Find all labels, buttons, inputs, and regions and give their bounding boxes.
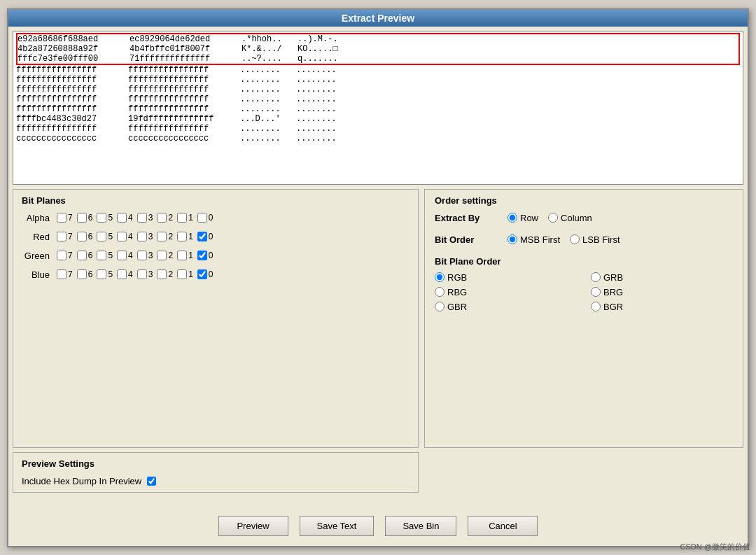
hex-col2: ffffffffffffffff (128, 94, 240, 104)
bit-label: 3 (148, 251, 153, 260)
bit-checkbox-blue-4[interactable] (117, 269, 127, 279)
bit-label: 2 (168, 213, 173, 223)
bit-checkbox-alpha-1[interactable] (177, 213, 187, 223)
save-bin-button[interactable]: Save Bin (385, 516, 456, 536)
bit-plane-order-radio-gbr[interactable] (435, 302, 444, 311)
cancel-button[interactable]: Cancel (468, 516, 538, 536)
bit-checkbox-alpha-6[interactable] (77, 213, 87, 223)
bit-label: 5 (108, 251, 113, 260)
bit-order-radio-lsb-first[interactable] (570, 234, 580, 244)
bit-label: 0 (209, 251, 214, 260)
bit-plane-order-radio-rgb[interactable] (435, 272, 444, 282)
bit-checkboxes-alpha: 76543210 (57, 213, 214, 223)
hex-col1: ffffffffffffffff (16, 104, 128, 114)
bit-checkbox-blue-1[interactable] (177, 269, 187, 279)
bit-checkbox-green-3[interactable] (137, 251, 147, 260)
hex-col1: ffffffffffffffff (16, 65, 128, 75)
bit-label: 3 (148, 269, 153, 279)
save-text-button[interactable]: Save Text (300, 516, 374, 536)
extract-by-group: RowColumn (507, 213, 592, 223)
bit-checkbox-green-7[interactable] (57, 251, 66, 260)
bit-checkbox-blue-5[interactable] (97, 269, 106, 279)
bit-label: 0 (209, 269, 214, 279)
bit-item: 0 (197, 269, 214, 279)
bit-checkboxes-blue: 76543210 (57, 269, 214, 279)
bit-checkbox-red-1[interactable] (177, 232, 187, 241)
bit-checkbox-blue-7[interactable] (57, 269, 66, 279)
extract-by-radio-row[interactable] (507, 213, 517, 223)
bit-order-radio-msb-first[interactable] (507, 234, 517, 244)
bit-checkbox-green-1[interactable] (177, 251, 187, 260)
include-hex-dump-checkbox[interactable] (147, 477, 156, 486)
bit-plane-order-radio-rbg[interactable] (435, 287, 444, 297)
bottom-section: Preview Settings Include Hex Dump In Pre… (13, 452, 743, 493)
hex-col1: e92a68686f688aed (18, 34, 130, 44)
preview-settings-box: Preview Settings Include Hex Dump In Pre… (13, 452, 419, 493)
bit-plane-order-radio-brg[interactable] (591, 287, 601, 297)
bit-item: 7 (57, 232, 73, 241)
bit-label: 5 (108, 269, 113, 279)
bit-label: 0 (209, 213, 214, 223)
bit-checkbox-blue-2[interactable] (157, 269, 167, 279)
bit-checkbox-blue-3[interactable] (137, 269, 147, 279)
hex-col4: ........ (296, 94, 366, 104)
bit-order-option-lsb-first: LSB First (570, 234, 620, 245)
hex-preview-area[interactable]: e92a68686f688aed ec8929064de62ded .*hhoh… (13, 31, 743, 185)
bit-checkbox-alpha-0[interactable] (197, 213, 207, 223)
extract-by-radio-column[interactable] (548, 213, 558, 223)
bit-checkbox-red-3[interactable] (137, 232, 147, 241)
hex-row: ffffffffffffffff ffffffffffffffff ......… (16, 104, 740, 114)
extract-by-radio-label: Column (561, 213, 592, 223)
bit-checkbox-red-7[interactable] (57, 232, 66, 241)
order-settings-title: Order settings (435, 195, 733, 206)
bit-plane-order-label: GBR (447, 302, 467, 312)
bit-label: 6 (88, 213, 93, 223)
hex-col4: ..).M.-. (298, 34, 368, 44)
bit-plane-order-radio-grb[interactable] (591, 272, 601, 282)
bit-checkbox-blue-0[interactable] (197, 269, 207, 279)
order-settings-box: Order settings Extract By RowColumn Bit … (424, 189, 743, 448)
bit-label: 1 (188, 269, 193, 279)
include-hex-dump-label: Include Hex Dump In Preview (22, 476, 141, 486)
bit-checkbox-green-2[interactable] (157, 251, 167, 260)
bit-checkbox-green-0[interactable] (197, 251, 207, 260)
watermark: CSDN @微笑的价值 (680, 542, 750, 552)
preview-button[interactable]: Preview (218, 516, 288, 536)
bit-checkbox-red-2[interactable] (157, 232, 167, 241)
bit-label: 4 (128, 251, 133, 260)
hex-col1: ffffffffffffffff (16, 75, 128, 85)
extract-by-option-row: Row (507, 213, 538, 223)
bit-checkbox-red-0[interactable] (197, 232, 207, 241)
hex-col2: cccccccccccccccc (128, 134, 240, 143)
bit-checkbox-green-4[interactable] (117, 251, 127, 260)
bit-item: 5 (97, 213, 113, 223)
bit-plane-order-option-brg: BRG (591, 287, 733, 297)
bit-checkbox-blue-6[interactable] (77, 269, 87, 279)
hex-col1: cccccccccccccccc (16, 134, 128, 143)
hex-col1: ffffffffffffffff (16, 94, 128, 104)
dialog-title: Extract Preview (8, 10, 748, 27)
hex-row: cccccccccccccccc cccccccccccccccc ......… (16, 134, 740, 143)
bit-item: 6 (77, 251, 93, 260)
bit-checkbox-green-5[interactable] (97, 251, 106, 260)
bit-item: 4 (117, 213, 133, 223)
bit-checkbox-red-4[interactable] (117, 232, 127, 241)
bit-checkbox-red-5[interactable] (97, 232, 106, 241)
bit-checkbox-alpha-4[interactable] (117, 213, 127, 223)
bit-plane-order-radio-bgr[interactable] (591, 302, 601, 311)
bit-label: 6 (88, 269, 93, 279)
bit-plane-order-title: Bit Plane Order (435, 256, 733, 267)
bit-checkbox-alpha-5[interactable] (97, 213, 106, 223)
bit-item: 1 (177, 269, 193, 279)
bit-plane-order-label: GRB (603, 272, 623, 283)
hex-col1: ffffbc4483c30d27 (16, 114, 128, 124)
channel-label-alpha: Alpha (22, 213, 57, 223)
bit-checkbox-alpha-3[interactable] (137, 213, 147, 223)
bit-checkbox-alpha-7[interactable] (57, 213, 66, 223)
bit-checkbox-green-6[interactable] (77, 251, 87, 260)
channel-label-red: Red (22, 232, 57, 242)
bit-item: 0 (197, 232, 214, 241)
bit-checkbox-alpha-2[interactable] (157, 213, 167, 223)
hex-col4: ........ (296, 104, 366, 114)
bit-checkbox-red-6[interactable] (77, 232, 87, 241)
